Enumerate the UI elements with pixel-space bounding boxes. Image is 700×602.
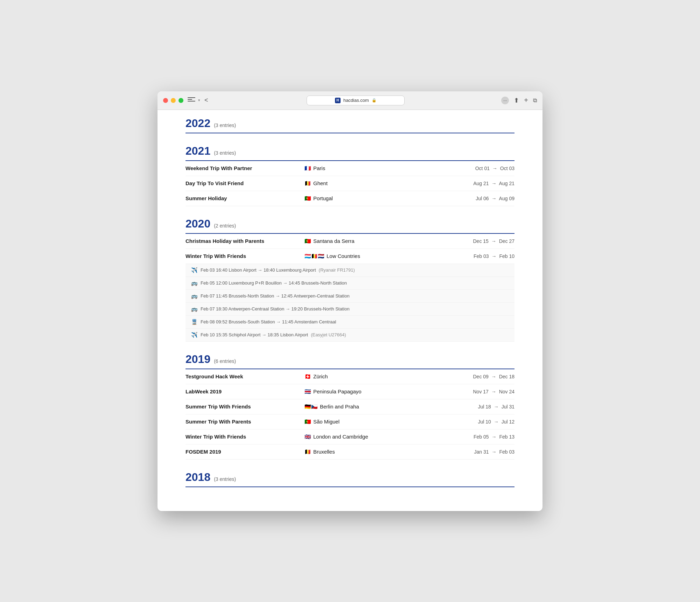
trip-dates: Nov 17 → Nov 24	[451, 389, 514, 394]
trip-destination: 🇵🇹São Miguel	[304, 419, 451, 425]
destination-name: Paris	[313, 165, 325, 171]
destination-name: Berlin and Praha	[320, 404, 359, 410]
lock-icon: 🔒	[372, 98, 377, 103]
address-pill[interactable]: H hacdias.com 🔒	[307, 96, 405, 105]
trip-name: Summer Trip With Friends	[186, 404, 304, 410]
trip-destination: 🇵🇹Santana da Serra	[304, 238, 451, 244]
year-number: 2022	[186, 117, 210, 130]
trip-row[interactable]: Winter Trip With Friends🇬🇧London and Cam…	[186, 429, 514, 444]
year-section-2022: 2022(3 entries)	[186, 110, 514, 133]
transport-icon: 🚌	[191, 280, 198, 286]
back-button[interactable]: <	[202, 96, 210, 105]
detail-text: Feb 07 11:45 Brussels-North Station → 12…	[201, 293, 350, 299]
trip-dates: Feb 03 → Feb 10	[451, 253, 514, 259]
trip-dates: Oct 01 → Oct 03	[451, 166, 514, 171]
trip-row[interactable]: LabWeek 2019🇨🇷Peninsula PapagayoNov 17 →…	[186, 384, 514, 399]
trip-dates: Dec 15 → Dec 27	[451, 238, 514, 244]
trip-destination: 🇱🇺🇧🇪🇳🇱Low Countries	[304, 253, 451, 259]
trip-row[interactable]: Winter Trip With Friends🇱🇺🇧🇪🇳🇱Low Countr…	[186, 249, 514, 264]
detail-note: (Easyjet U27664)	[311, 332, 346, 337]
destination-flags: 🇧🇪	[304, 180, 311, 187]
destination-flags: 🇩🇪🇨🇿	[304, 404, 318, 410]
year-section-2021: 2021(3 entries)Weekend Trip With Partner…	[186, 136, 514, 206]
trip-dates: Jul 10 → Jul 12	[451, 419, 514, 425]
destination-name: Peninsula Papagayo	[313, 388, 362, 394]
chevron-down-icon: ▾	[198, 98, 200, 103]
destination-flags: 🇬🇧	[304, 434, 311, 440]
trip-name: Weekend Trip With Partner	[186, 165, 304, 171]
trip-detail-row: 🚌Feb 07 18:30 Antwerpen-Centraal Station…	[186, 303, 514, 316]
trip-destination: 🇨🇭Zürich	[304, 373, 451, 380]
trip-name: FOSDEM 2019	[186, 449, 304, 455]
destination-name: London and Cambridge	[313, 434, 368, 440]
year-entries-count: (3 entries)	[214, 476, 236, 482]
trip-row[interactable]: Day Trip To Visit Friend🇧🇪GhentAug 21 → …	[186, 176, 514, 191]
transport-icon: 🚌	[191, 306, 198, 312]
trip-row[interactable]: Christmas Holiday with Parents🇵🇹Santana …	[186, 234, 514, 249]
trip-row[interactable]: Summer Holiday🇵🇹PortugalJul 06 → Aug 09	[186, 191, 514, 206]
trip-name: Day Trip To Visit Friend	[186, 180, 304, 186]
maximize-button[interactable]	[178, 98, 183, 103]
destination-flags: 🇵🇹	[304, 419, 311, 425]
page-content: 2022(3 entries)2021(3 entries)Weekend Tr…	[158, 110, 542, 511]
trip-row[interactable]: Testground Hack Week🇨🇭ZürichDec 09 → Dec…	[186, 369, 514, 384]
trip-name: Christmas Holiday with Parents	[186, 238, 304, 244]
trip-dates: Aug 21 → Aug 21	[451, 181, 514, 186]
trip-detail-row: ✈️Feb 10 15:35 Schiphol Airport → 18:35 …	[186, 329, 514, 342]
trip-destination: 🇵🇹Portugal	[304, 195, 451, 202]
trip-name: Testground Hack Week	[186, 373, 304, 379]
trip-destination: 🇫🇷Paris	[304, 165, 451, 172]
destination-flags: 🇧🇪	[304, 449, 311, 455]
trip-dates: Jul 06 → Aug 09	[451, 196, 514, 201]
year-number: 2018	[186, 471, 210, 484]
detail-text: Feb 08 09:52 Brussels-South Station → 11…	[201, 319, 336, 324]
year-number: 2021	[186, 145, 210, 158]
destination-flags: 🇵🇹	[304, 238, 311, 244]
detail-text: Feb 07 18:30 Antwerpen-Centraal Station …	[201, 306, 350, 312]
detail-note: (Ryanair FR1791)	[319, 267, 355, 273]
transport-icon: ✈️	[191, 332, 198, 338]
trip-detail-row: 🚆Feb 08 09:52 Brussels-South Station → 1…	[186, 316, 514, 329]
browser-actions: ··· ⬆ + ⧉	[501, 96, 537, 104]
transport-icon: 🚌	[191, 293, 198, 299]
destination-name: Zürich	[313, 373, 328, 379]
domain-text: hacdias.com	[343, 98, 369, 103]
transport-icon: 🚆	[191, 319, 198, 325]
year-header-2018: 2018(3 entries)	[186, 462, 514, 487]
year-header-2022: 2022(3 entries)	[186, 110, 514, 133]
trip-row[interactable]: Weekend Trip With Partner🇫🇷ParisOct 01 →…	[186, 161, 514, 176]
close-button[interactable]	[163, 98, 168, 103]
trip-destination: 🇨🇷Peninsula Papagayo	[304, 388, 451, 395]
trip-row[interactable]: FOSDEM 2019🇧🇪BruxellesJan 31 → Feb 03	[186, 444, 514, 460]
transport-icon: ✈️	[191, 267, 198, 273]
browser-window: ▾ < H hacdias.com 🔒 ··· ⬆ + ⧉ 2022(3 ent…	[158, 91, 542, 511]
trip-destination: 🇧🇪Bruxelles	[304, 449, 451, 455]
trip-destination: 🇧🇪Ghent	[304, 180, 451, 187]
trip-detail-row: ✈️Feb 03 16:40 Lisbon Airport → 18:40 Lu…	[186, 264, 514, 277]
share-button[interactable]: ⬆	[514, 97, 519, 104]
more-options-button[interactable]: ···	[501, 97, 509, 104]
tabs-button[interactable]: ⧉	[533, 97, 537, 104]
minimize-button[interactable]	[171, 98, 176, 103]
destination-name: Portugal	[313, 195, 333, 201]
trip-name: Summer Trip With Parents	[186, 419, 304, 425]
destination-flags: 🇨🇷	[304, 388, 311, 395]
destination-name: São Miguel	[313, 419, 340, 425]
destination-name: Bruxelles	[313, 449, 335, 455]
trip-row[interactable]: Summer Trip With Parents🇵🇹São MiguelJul …	[186, 414, 514, 429]
year-entries-count: (3 entries)	[214, 150, 236, 156]
destination-flags: 🇨🇭	[304, 373, 311, 380]
trip-row[interactable]: Summer Trip With Friends🇩🇪🇨🇿Berlin and P…	[186, 399, 514, 414]
detail-text: Feb 05 12:00 Luxembourg P+R Bouillon → 1…	[201, 280, 347, 286]
trip-name: Summer Holiday	[186, 195, 304, 201]
sidebar-toggle-button[interactable]	[188, 97, 195, 104]
destination-flags: 🇵🇹	[304, 195, 311, 202]
year-entries-count: (2 entries)	[214, 223, 236, 229]
year-entries-count: (3 entries)	[214, 122, 236, 128]
year-header-2021: 2021(3 entries)	[186, 136, 514, 161]
favicon: H	[335, 98, 341, 103]
year-number: 2019	[186, 353, 210, 366]
new-tab-button[interactable]: +	[524, 96, 528, 104]
trip-destination: 🇬🇧London and Cambridge	[304, 434, 451, 440]
year-section-2020: 2020(2 entries)Christmas Holiday with Pa…	[186, 209, 514, 342]
